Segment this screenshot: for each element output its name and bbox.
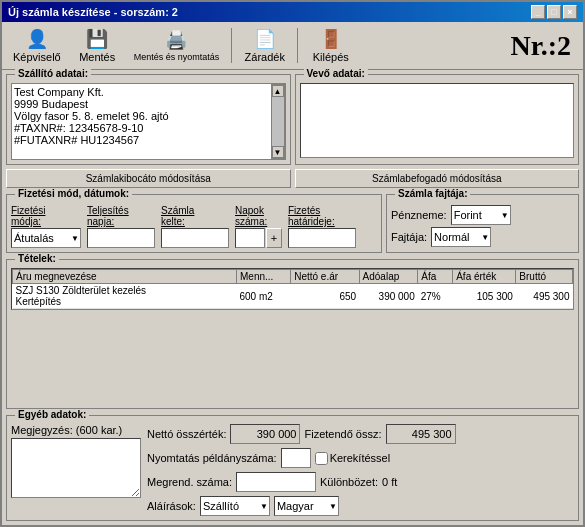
exit-icon: 🚪 bbox=[320, 28, 342, 50]
megjegyzes-label: Megjegyzés: (600 kar.) bbox=[11, 424, 141, 436]
szallito-title: Szállító adatai: bbox=[15, 68, 91, 79]
language-select[interactable]: Magyar English Deutsch bbox=[274, 496, 339, 516]
fizetesi-hatarideje-label: Fizetéshatárideje: bbox=[288, 205, 356, 227]
col-afa: Áfa bbox=[418, 270, 453, 284]
window-title: Új számla készítése - sorszám: 2 bbox=[8, 6, 178, 18]
cell-netto: 650 bbox=[291, 284, 359, 309]
penzneme-row: Pénzneme: Forint EUR bbox=[391, 205, 574, 225]
kulonbozet-value: 0 ft bbox=[382, 476, 397, 488]
fizetesi-box: Fizetési mód, dátumok: Fizetésimódja: Át… bbox=[6, 194, 382, 253]
cell-menny: 600 m2 bbox=[237, 284, 291, 309]
separator-2 bbox=[297, 28, 298, 63]
col-brutto: Bruttó bbox=[516, 270, 573, 284]
col-menny: Menn... bbox=[237, 270, 291, 284]
megrend-szama-label: Megrend. száma: bbox=[147, 476, 232, 488]
nyomtatas-pld-input[interactable]: 2 bbox=[281, 448, 311, 468]
mentes-button[interactable]: 💾 Mentés bbox=[70, 25, 125, 66]
minimize-button[interactable]: _ bbox=[531, 5, 545, 19]
napok-group: Napokszáma: 0 + bbox=[235, 205, 282, 248]
fizetendo-ossz-value: 495 300 bbox=[386, 424, 456, 444]
szamla-kelte-input[interactable]: 2015.12.04. bbox=[161, 228, 229, 248]
szamla-befogado-button[interactable]: Számlabefogadó módosítása bbox=[295, 169, 580, 188]
col-afa-ertek: Áfa érték bbox=[453, 270, 516, 284]
penzneme-label: Pénzneme: bbox=[391, 209, 447, 221]
megjegyzes-group: Megjegyzés: (600 kar.) bbox=[11, 424, 141, 498]
fajtaja-label: Fajtája: bbox=[391, 231, 427, 243]
fajtaja-select[interactable]: Normál Díjbekérő bbox=[431, 227, 491, 247]
szamla-kibocato-button[interactable]: Számlakibocáto módosítása bbox=[6, 169, 291, 188]
maximize-button[interactable]: □ bbox=[547, 5, 561, 19]
mentes-nyomtatas-button[interactable]: 🖨️ Mentés és nyomtatás bbox=[127, 26, 227, 65]
cell-nev: SZJ S130 Zöldterület kezelésKertépítés bbox=[13, 284, 237, 309]
teljesites-input[interactable]: 2015.12.04. bbox=[87, 228, 155, 248]
main-window: Új számla készítése - sorszám: 2 _ □ × 👤… bbox=[0, 0, 585, 527]
titlebar-buttons: _ □ × bbox=[531, 5, 577, 19]
table-container: Áru megnevezése Menn... Nettó e.ár Adóal… bbox=[11, 268, 574, 310]
fizetesi-hatarideje-group: Fizetéshatárideje: 2015.12.04. bbox=[288, 205, 356, 248]
col-netto: Nettó e.ár bbox=[291, 270, 359, 284]
language-select-wrapper: Magyar English Deutsch bbox=[274, 496, 339, 516]
fajtaja-select-wrapper: Normál Díjbekérő bbox=[431, 227, 491, 247]
print-icon: 🖨️ bbox=[165, 29, 187, 51]
fizetesi-title: Fizetési mód, dátumok: bbox=[15, 188, 132, 199]
separator-1 bbox=[231, 28, 232, 63]
szamla-kelte-group: Számlakelte: 2015.12.04. bbox=[161, 205, 229, 248]
megjegyzes-textarea[interactable] bbox=[11, 438, 141, 498]
alairasok-select[interactable]: Szállító Vevő bbox=[200, 496, 270, 516]
scroll-up-btn[interactable]: ▲ bbox=[272, 85, 284, 97]
plus-button[interactable]: + bbox=[266, 228, 282, 248]
table-header-row: Áru megnevezése Menn... Nettó e.ár Adóal… bbox=[13, 270, 573, 284]
alairasok-label: Aláírások: bbox=[147, 500, 196, 512]
kerekitessel-label: Kerekítéssel bbox=[315, 452, 391, 465]
napok-input[interactable]: 0 bbox=[235, 228, 265, 248]
szallito-textarea-wrapper: ▲ ▼ bbox=[11, 83, 286, 160]
right-egyeb: Nettó összérték: 390 000 Fizetendő össz:… bbox=[147, 424, 456, 516]
toolbar: 👤 Képviselő 💾 Mentés 🖨️ Mentés és nyomta… bbox=[2, 22, 583, 70]
invoice-type-box: Számla fajtája: Pénzneme: Forint EUR Faj… bbox=[386, 194, 579, 253]
zaradek-button[interactable]: 📄 Záradék bbox=[237, 25, 292, 66]
fizetesi-mod-select[interactable]: Átutalás Készpénz bbox=[11, 228, 81, 248]
kilepes-button[interactable]: 🚪 Kilépés bbox=[303, 25, 358, 66]
egyeb-title: Egyéb adatok: bbox=[15, 409, 89, 420]
main-content: Szállító adatai: ▲ ▼ Vevő adatai: Számla… bbox=[2, 70, 583, 525]
close-button[interactable]: × bbox=[563, 5, 577, 19]
netto-ossztertek-label: Nettó összérték: bbox=[147, 428, 226, 440]
scroll-track bbox=[272, 97, 284, 146]
col-adoalap: Adóalap bbox=[359, 270, 418, 284]
table-row: SZJ S130 Zöldterület kezelésKertépítés 6… bbox=[13, 284, 573, 309]
egyeb-box: Egyéb adatok: Megjegyzés: (600 kar.) Net… bbox=[6, 415, 579, 521]
penzneme-select-wrapper: Forint EUR bbox=[451, 205, 511, 225]
scroll-down-btn[interactable]: ▼ bbox=[272, 146, 284, 158]
nr-display: Nr.:2 bbox=[511, 30, 579, 62]
penzneme-select[interactable]: Forint EUR bbox=[451, 205, 511, 225]
kilepes-label: Kilépés bbox=[313, 51, 349, 63]
fizetendo-ossz-label: Fizetendő össz: bbox=[304, 428, 381, 440]
kulonbozet-label: Különbözet: bbox=[320, 476, 378, 488]
netto-fizetendo-row: Nettó összérték: 390 000 Fizetendő össz:… bbox=[147, 424, 456, 444]
top-section: Szállító adatai: ▲ ▼ Vevő adatai: bbox=[6, 74, 579, 165]
egyeb-inner: Megjegyzés: (600 kar.) Nettó összérték: … bbox=[11, 424, 574, 516]
kepviselo-label: Képviselő bbox=[13, 51, 61, 63]
szallito-scrollbar[interactable]: ▲ ▼ bbox=[271, 84, 285, 159]
payment-fields: Fizetésimódja: Átutalás Készpénz Teljesí… bbox=[11, 205, 377, 248]
teljesites-label: Teljesítésnapja: bbox=[87, 205, 155, 227]
nyomtatas-row: Nyomtatás példányszáma: 2 Kerekítéssel bbox=[147, 448, 456, 468]
megrend-kulonbozet-row: Megrend. száma: Különbözet: 0 ft bbox=[147, 472, 456, 492]
tetetek-box: Tételek: Áru megnevezése Menn... Nettó e… bbox=[6, 259, 579, 409]
fizetesi-mod-group: Fizetésimódja: Átutalás Készpénz bbox=[11, 205, 81, 248]
megrend-szama-input[interactable] bbox=[236, 472, 316, 492]
mentes-nyomtatas-label: Mentés és nyomtatás bbox=[134, 52, 220, 62]
table-body: SZJ S130 Zöldterület kezelésKertépítés 6… bbox=[13, 284, 573, 309]
kepviselo-button[interactable]: 👤 Képviselő bbox=[6, 25, 68, 66]
payment-row: Fizetési mód, dátumok: Fizetésimódja: Át… bbox=[6, 194, 579, 253]
szallito-textarea[interactable] bbox=[12, 84, 271, 159]
mentes-label: Mentés bbox=[79, 51, 115, 63]
cell-afa-ertek: 105 300 bbox=[453, 284, 516, 309]
save-icon: 💾 bbox=[86, 28, 108, 50]
zaradek-label: Záradék bbox=[245, 51, 285, 63]
kerekitessel-checkbox[interactable] bbox=[315, 452, 328, 465]
teljesites-group: Teljesítésnapja: 2015.12.04. bbox=[87, 205, 155, 248]
fizetesi-mod-select-wrapper: Átutalás Készpénz bbox=[11, 228, 81, 248]
fizetesi-hatarideje-input[interactable]: 2015.12.04. bbox=[288, 228, 356, 248]
kepviselo-icon: 👤 bbox=[26, 28, 48, 50]
